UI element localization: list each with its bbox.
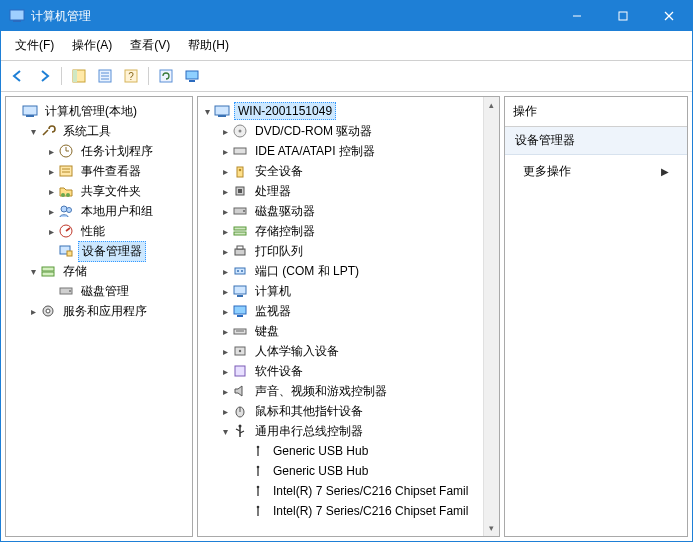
svg-rect-7	[73, 70, 77, 82]
device-dvd[interactable]: ▸DVD/CD-ROM 驱动器	[218, 121, 481, 141]
expand-icon[interactable]: ▸	[44, 186, 58, 197]
tree-services-apps[interactable]: ▸ 服务和应用程序	[26, 301, 190, 321]
device-disk-drives[interactable]: ▸磁盘驱动器	[218, 201, 481, 221]
toolbar: ?	[1, 61, 692, 92]
device-mice[interactable]: ▸鼠标和其他指针设备	[218, 401, 481, 421]
expand-icon[interactable]: ▸	[218, 346, 232, 357]
scroll-down-icon[interactable]: ▾	[484, 520, 499, 536]
expand-icon[interactable]: ▸	[26, 306, 40, 317]
menu-view[interactable]: 查看(V)	[122, 35, 178, 56]
device-monitors[interactable]: ▸监视器	[218, 301, 481, 321]
tree-local-users[interactable]: ▸ 本地用户和组	[44, 201, 190, 221]
collapse-icon[interactable]: ▾	[26, 266, 40, 277]
properties-button[interactable]	[94, 65, 116, 87]
device-keyboards[interactable]: ▸键盘	[218, 321, 481, 341]
expand-icon[interactable]: ▸	[218, 266, 232, 277]
expand-icon[interactable]: ▸	[218, 326, 232, 337]
expand-icon[interactable]: ▸	[218, 146, 232, 157]
device-print-queues[interactable]: ▸打印队列	[218, 241, 481, 261]
expand-icon[interactable]: ▸	[218, 126, 232, 137]
svg-text:?: ?	[128, 71, 134, 82]
computer-icon	[214, 103, 230, 119]
services-icon	[40, 303, 56, 319]
menu-help-label: 帮助(H)	[188, 38, 229, 52]
collapse-icon[interactable]: ▾	[218, 426, 232, 437]
vertical-scrollbar[interactable]: ▴ ▾	[483, 97, 499, 536]
maximize-button[interactable]	[600, 1, 646, 31]
device-processors[interactable]: ▸处理器	[218, 181, 481, 201]
svg-rect-1	[13, 20, 21, 22]
device-software[interactable]: ▸软件设备	[218, 361, 481, 381]
tree-shared-folders[interactable]: ▸ 共享文件夹	[44, 181, 190, 201]
device-ide[interactable]: ▸IDE ATA/ATAPI 控制器	[218, 141, 481, 161]
expand-icon[interactable]: ▸	[218, 246, 232, 257]
device-storage-controllers[interactable]: ▸存储控制器	[218, 221, 481, 241]
collapse-icon[interactable]: ▾	[26, 126, 40, 137]
back-button[interactable]	[7, 65, 29, 87]
tree-root-label: 计算机管理(本地)	[42, 102, 140, 121]
refresh-button[interactable]	[155, 65, 177, 87]
device-storage-controllers-label: 存储控制器	[252, 222, 318, 241]
menu-file[interactable]: 文件(F)	[7, 35, 62, 56]
expand-icon[interactable]: ▸	[218, 386, 232, 397]
expand-icon[interactable]: ▸	[218, 366, 232, 377]
device-audio[interactable]: ▸声音、视频和游戏控制器	[218, 381, 481, 401]
expand-icon[interactable]: ▸	[44, 206, 58, 217]
mouse-icon	[232, 403, 248, 419]
scroll-up-icon[interactable]: ▴	[484, 97, 499, 113]
tree-device-manager[interactable]: 设备管理器	[44, 241, 190, 261]
show-hide-tree-button[interactable]	[68, 65, 90, 87]
device-usb-item[interactable]: Generic USB Hub	[236, 441, 481, 461]
expand-icon[interactable]: ▸	[44, 226, 58, 237]
tree-disk-management[interactable]: 磁盘管理	[44, 281, 190, 301]
actions-more[interactable]: 更多操作 ▶	[505, 155, 687, 188]
toolbar-separator	[61, 67, 62, 85]
expand-icon[interactable]: ▸	[44, 166, 58, 177]
shared-folder-icon	[58, 183, 74, 199]
device-tree[interactable]: ▾ WIN-2001151049 ▸DVD/CD-ROM 驱动器 ▸IDE AT…	[198, 97, 499, 525]
tree-system-tools[interactable]: ▾ 系统工具 ▸ 任务计划程序	[26, 121, 190, 261]
svg-rect-53	[237, 246, 243, 249]
svg-rect-33	[42, 267, 54, 271]
minimize-button[interactable]	[554, 1, 600, 31]
device-root[interactable]: ▾ WIN-2001151049 ▸DVD/CD-ROM 驱动器 ▸IDE AT…	[200, 101, 481, 521]
svg-rect-18	[26, 115, 34, 117]
device-computer[interactable]: ▸计算机	[218, 281, 481, 301]
expand-icon[interactable]: ▸	[44, 146, 58, 157]
help-button[interactable]: ?	[120, 65, 142, 87]
device-hid[interactable]: ▸人体学输入设备	[218, 341, 481, 361]
device-usb[interactable]: ▾ 通用串行总线控制器 Generic USB Hub Generic USB …	[218, 421, 481, 521]
expand-icon[interactable]: ▸	[218, 206, 232, 217]
expand-icon[interactable]: ▸	[218, 286, 232, 297]
expand-icon[interactable]: ▸	[218, 306, 232, 317]
tree-performance-label: 性能	[78, 222, 108, 241]
tree-root[interactable]: 计算机管理(本地) ▾ 系统工具	[8, 101, 190, 321]
cpu-icon	[232, 183, 248, 199]
window-buttons	[554, 1, 692, 31]
svg-rect-51	[234, 232, 246, 235]
tree-performance[interactable]: ▸ 性能	[44, 221, 190, 241]
svg-rect-0	[10, 10, 24, 20]
collapse-icon[interactable]: ▾	[200, 106, 214, 117]
tree-storage[interactable]: ▾ 存储 磁盘管理	[26, 261, 190, 301]
expand-icon[interactable]: ▸	[218, 166, 232, 177]
close-button[interactable]	[646, 1, 692, 31]
expand-icon[interactable]: ▸	[218, 186, 232, 197]
tree-task-scheduler[interactable]: ▸ 任务计划程序	[44, 141, 190, 161]
expand-icon[interactable]: ▸	[218, 406, 232, 417]
monitor-button[interactable]	[181, 65, 203, 87]
expand-icon[interactable]: ▸	[218, 226, 232, 237]
device-usb-item[interactable]: Intel(R) 7 Series/C216 Chipset Famil	[236, 481, 481, 501]
console-tree[interactable]: 计算机管理(本地) ▾ 系统工具	[6, 97, 192, 325]
device-ports[interactable]: ▸端口 (COM 和 LPT)	[218, 261, 481, 281]
device-dvd-label: DVD/CD-ROM 驱动器	[252, 122, 375, 141]
device-security[interactable]: ▸安全设备	[218, 161, 481, 181]
forward-button[interactable]	[33, 65, 55, 87]
svg-point-28	[67, 208, 72, 213]
menu-action[interactable]: 操作(A)	[64, 35, 120, 56]
tree-event-viewer[interactable]: ▸ 事件查看器	[44, 161, 190, 181]
menu-help[interactable]: 帮助(H)	[180, 35, 237, 56]
device-usb-item[interactable]: Generic USB Hub	[236, 461, 481, 481]
device-usb-item[interactable]: Intel(R) 7 Series/C216 Chipset Famil	[236, 501, 481, 521]
computer-mgmt-icon	[22, 103, 38, 119]
